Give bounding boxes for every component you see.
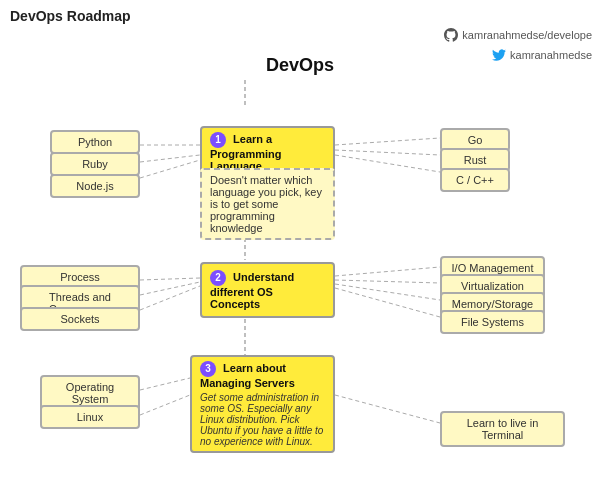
nodejs-box: Node.js [50, 174, 140, 198]
svg-line-15 [140, 395, 190, 415]
step1-num: 1 [210, 132, 226, 148]
svg-line-13 [335, 288, 440, 317]
step2-num: 2 [210, 270, 226, 286]
twitter-icon [492, 48, 506, 62]
svg-line-2 [140, 155, 200, 162]
github-icon [444, 28, 458, 42]
svg-line-9 [140, 286, 200, 310]
terminal-box: Learn to live in Terminal [440, 411, 565, 447]
section1-desc: Doesn't matter which language you pick, … [210, 174, 322, 234]
section2-main-box: 2 Understand different OS Concepts [200, 262, 335, 318]
svg-line-6 [335, 155, 440, 172]
twitter-label: kamranahmedse [510, 49, 592, 61]
github-link[interactable]: kamranahmedse/develope [444, 28, 592, 42]
section3-main-box: 3 Learn about Managing Servers Get some … [190, 355, 335, 453]
svg-line-8 [140, 282, 200, 295]
linux-box: Linux [40, 405, 140, 429]
svg-line-14 [140, 378, 190, 390]
step3-num: 3 [200, 361, 216, 377]
page-title: DevOps Roadmap [10, 8, 131, 24]
devops-center-label: DevOps [266, 55, 334, 76]
svg-line-16 [335, 395, 440, 423]
python-box: Python [50, 130, 140, 154]
svg-line-7 [140, 278, 200, 280]
svg-line-3 [140, 160, 200, 178]
section1-desc-box: Doesn't matter which language you pick, … [200, 168, 335, 240]
file-systems-box: File Systems [440, 310, 545, 334]
svg-line-11 [335, 280, 440, 283]
sockets-box: Sockets [20, 307, 140, 331]
svg-line-12 [335, 284, 440, 300]
svg-line-4 [335, 138, 440, 145]
svg-line-5 [335, 150, 440, 155]
twitter-link[interactable]: kamranahmedse [492, 48, 592, 62]
svg-line-10 [335, 267, 440, 276]
github-label: kamranahmedse/develope [462, 29, 592, 41]
c-cpp-box: C / C++ [440, 168, 510, 192]
ruby-box: Ruby [50, 152, 140, 176]
section3-desc: Get some administration in some OS. Espe… [200, 392, 325, 447]
